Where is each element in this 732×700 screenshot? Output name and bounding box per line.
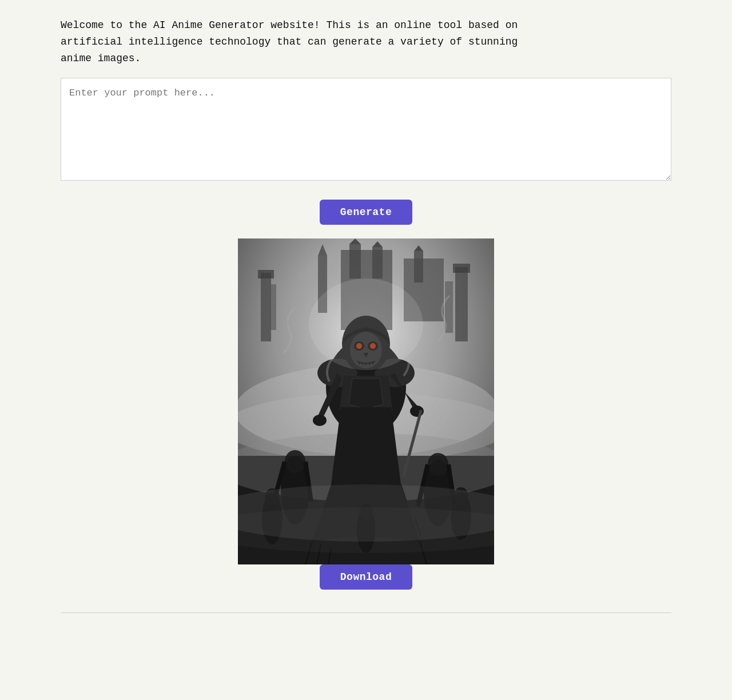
svg-point-50 [238, 507, 494, 553]
page-divider [61, 612, 671, 613]
svg-rect-4 [269, 284, 276, 330]
svg-rect-6 [453, 264, 470, 273]
svg-point-40 [285, 450, 305, 473]
svg-rect-5 [455, 267, 468, 341]
svg-rect-11 [349, 244, 361, 279]
svg-rect-16 [414, 251, 423, 283]
download-button[interactable]: Download [320, 564, 412, 590]
svg-point-25 [313, 415, 327, 426]
welcome-text: Welcome to the AI Anime Generator websit… [61, 17, 671, 66]
generate-button[interactable]: Generate [320, 200, 412, 225]
main-content-area: Generate [61, 200, 671, 590]
svg-point-42 [428, 453, 448, 476]
generated-image-container [238, 238, 494, 564]
svg-point-51 [309, 279, 423, 370]
prompt-textarea[interactable] [61, 78, 671, 181]
svg-rect-13 [372, 247, 383, 279]
svg-rect-3 [258, 270, 274, 279]
